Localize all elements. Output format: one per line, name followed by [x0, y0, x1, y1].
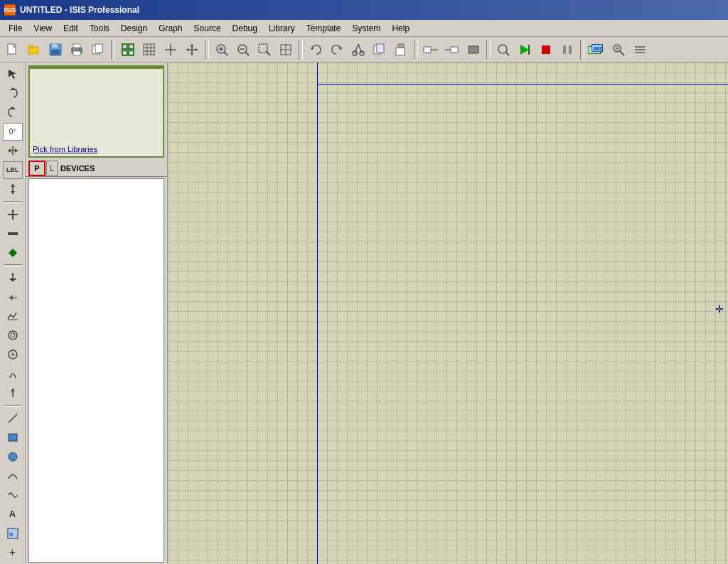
copy-button[interactable]: [88, 40, 108, 60]
menu-debug[interactable]: Debug: [227, 22, 263, 35]
new-button[interactable]: [3, 40, 23, 60]
stop-button[interactable]: [536, 40, 556, 60]
svg-marker-86: [11, 184, 15, 187]
svg-rect-66: [569, 45, 572, 54]
generator-tool[interactable]: [3, 346, 23, 364]
toolbar-sep-3: [299, 40, 303, 60]
svg-marker-98: [9, 295, 13, 300]
menu-file[interactable]: File: [3, 22, 28, 35]
menu-help[interactable]: Help: [386, 22, 415, 35]
lib-button[interactable]: ABC: [587, 40, 607, 60]
devices-label: DEVICES: [60, 164, 95, 173]
left-sep-2: [4, 264, 22, 266]
svg-marker-45: [338, 48, 343, 50]
graph-tool-btn[interactable]: [3, 308, 23, 325]
move-obj-tool[interactable]: [3, 180, 23, 198]
pin1-button[interactable]: [421, 40, 441, 60]
redo-button[interactable]: [327, 40, 347, 60]
cur-probe-tool[interactable]: [3, 384, 23, 402]
svg-marker-92: [9, 249, 17, 257]
menu-edit[interactable]: Edit: [58, 22, 84, 35]
grid-button[interactable]: [139, 40, 159, 60]
canvas-border-vertical: [317, 63, 318, 564]
svg-text:≡: ≡: [9, 531, 13, 538]
app-title: UNTITLED - ISIS Professional: [20, 5, 139, 15]
search2-button[interactable]: [609, 40, 628, 60]
menu-source[interactable]: Source: [188, 22, 227, 35]
magnifier-button[interactable]: [493, 40, 513, 60]
menu-view[interactable]: View: [28, 22, 58, 35]
svg-rect-64: [542, 45, 550, 54]
volt-probe-tool[interactable]: [3, 365, 23, 383]
undo-button[interactable]: [306, 40, 326, 60]
view-button[interactable]: [118, 40, 138, 60]
side-panel: Pick from Libraries P L DEVICES: [26, 63, 168, 564]
zoom-out-button[interactable]: [233, 40, 253, 60]
zoom-in-button[interactable]: [212, 40, 232, 60]
save-button[interactable]: [46, 40, 65, 60]
menu-design[interactable]: Design: [115, 22, 153, 35]
mirror-h-tool[interactable]: [3, 142, 23, 160]
canvas-border-horizontal: [317, 84, 728, 85]
left-sep-3: [4, 405, 22, 407]
path-tool[interactable]: [3, 486, 23, 504]
symbol-tool[interactable]: ≡: [3, 524, 23, 542]
svg-rect-94: [11, 280, 14, 281]
preview-area: Pick from Libraries: [28, 65, 164, 158]
svg-point-110: [9, 452, 17, 461]
line-tool[interactable]: [3, 410, 23, 428]
tab-l[interactable]: L: [46, 161, 58, 176]
circle-tool[interactable]: [3, 448, 23, 465]
select-tool[interactable]: [3, 65, 23, 83]
menu-tools[interactable]: Tools: [84, 22, 115, 35]
text-tool[interactable]: A: [3, 505, 23, 523]
pause-button[interactable]: [557, 40, 577, 60]
svg-rect-11: [95, 44, 102, 53]
svg-marker-30: [186, 48, 189, 51]
svg-line-61: [505, 52, 509, 55]
left-toolbar: 0° LBL: [0, 63, 26, 564]
rect-tool[interactable]: [3, 429, 23, 447]
origin-button[interactable]: [161, 40, 181, 60]
menu-library[interactable]: Library: [263, 22, 301, 35]
app-logo: ISIS: [4, 4, 16, 16]
block-button[interactable]: [464, 40, 483, 60]
run-button[interactable]: [515, 40, 535, 60]
pin2-button[interactable]: [442, 40, 462, 60]
plus-tool[interactable]: +: [3, 543, 23, 561]
zoom-fit-button[interactable]: [276, 40, 296, 60]
move-button[interactable]: [182, 40, 202, 60]
menu-system[interactable]: System: [346, 22, 386, 35]
bus-tool[interactable]: [3, 224, 23, 242]
tab-p[interactable]: P: [28, 161, 46, 176]
svg-point-97: [11, 273, 14, 275]
open-button[interactable]: [24, 40, 44, 60]
svg-marker-44: [310, 48, 314, 50]
title-bar: ISIS UNTITLED - ISIS Professional: [0, 0, 728, 20]
print-button[interactable]: [67, 40, 87, 60]
svg-marker-31: [195, 48, 198, 51]
menu-graph[interactable]: Graph: [153, 22, 188, 35]
paste-button[interactable]: [391, 40, 411, 60]
more2-button[interactable]: [630, 40, 650, 60]
rotate-cw-tool[interactable]: [3, 85, 23, 102]
canvas-area[interactable]: ✛: [168, 63, 728, 564]
cut-button[interactable]: [348, 40, 368, 60]
svg-point-101: [9, 331, 17, 340]
menu-template[interactable]: Template: [301, 22, 347, 35]
wire-tool[interactable]: [3, 205, 23, 223]
device-list[interactable]: [28, 178, 164, 563]
svg-rect-5: [51, 50, 60, 55]
rotate-ccw-tool[interactable]: [3, 104, 23, 121]
tape-tool[interactable]: [3, 327, 23, 345]
arc-tool[interactable]: [3, 467, 23, 484]
zoom-area-button[interactable]: [255, 40, 274, 60]
power-tool[interactable]: [3, 269, 23, 287]
svg-marker-62: [520, 45, 529, 55]
pin-tool[interactable]: [3, 288, 23, 306]
label-tool[interactable]: LBL: [3, 161, 23, 179]
pick-from-libraries[interactable]: Pick from Libraries: [30, 142, 100, 156]
copy2-button[interactable]: [370, 40, 390, 60]
junction-tool[interactable]: [3, 244, 23, 261]
svg-rect-53: [398, 44, 404, 48]
